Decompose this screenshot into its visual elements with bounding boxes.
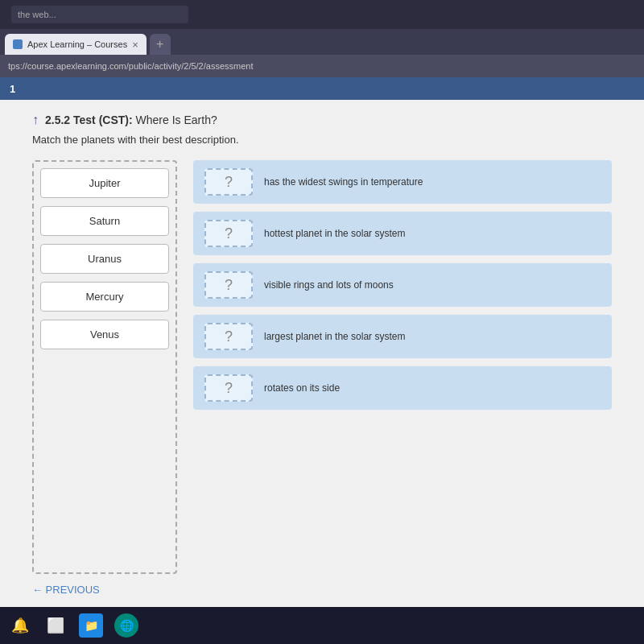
planet-item-mercury[interactable]: Mercury: [40, 282, 169, 312]
answer-box-4[interactable]: ?: [204, 323, 253, 350]
description-row-4: ? largest planet in the solar system: [193, 315, 612, 358]
answer-box-5[interactable]: ?: [204, 374, 253, 402]
description-text-1: has the widest swings in temperature: [264, 175, 601, 189]
description-row-1: ? has the widest swings in temperature: [193, 160, 612, 204]
descriptions-column: ? has the widest swings in temperature ?…: [177, 160, 612, 574]
tab-close-button[interactable]: ×: [132, 39, 138, 51]
search-hint: the web...: [18, 10, 56, 19]
previous-button[interactable]: ← PREVIOUS: [32, 584, 100, 596]
planets-column: Jupiter Saturn Uranus Mercury Venus: [32, 160, 177, 574]
description-text-5: rotates on its side: [264, 382, 601, 395]
description-text-4: largest planet in the solar system: [264, 330, 601, 344]
matching-container: Jupiter Saturn Uranus Mercury Venus: [32, 160, 612, 574]
bottom-nav: ← PREVIOUS: [32, 574, 612, 599]
description-row-5: ? rotates on its side: [193, 366, 612, 410]
taskbar-icon-speaker[interactable]: 🔔: [8, 613, 32, 638]
test-header: ↑ 2.5.2 Test (CST): Where Is Earth?: [32, 100, 612, 134]
planet-item-venus[interactable]: Venus: [40, 320, 169, 349]
planet-item-uranus[interactable]: Uranus: [40, 244, 169, 274]
taskbar-icon-files[interactable]: 📁: [79, 613, 103, 638]
tab-favicon: [13, 39, 23, 49]
taskbar: 🔔 ⬜ 📁 🌐: [0, 607, 644, 644]
search-bar[interactable]: the web...: [11, 6, 188, 23]
page-nav-bar: 1: [0, 77, 644, 100]
tab-bar: Apex Learning – Courses × +: [0, 29, 644, 55]
tab-label: Apex Learning – Courses: [27, 39, 127, 49]
upload-icon: ↑: [32, 113, 39, 127]
planet-item-jupiter[interactable]: Jupiter: [40, 168, 169, 198]
active-tab[interactable]: Apex Learning – Courses ×: [5, 34, 147, 55]
taskbar-icon-windows[interactable]: ⬜: [43, 613, 68, 638]
page-number: 1: [10, 83, 15, 95]
url-text: tps://course.apexlearning.com/public/act…: [8, 61, 253, 71]
instructions: Match the planets with their best descri…: [32, 134, 612, 146]
taskbar-icon-app[interactable]: 🌐: [114, 613, 138, 638]
content-area: ↑ 2.5.2 Test (CST): Where Is Earth? Matc…: [0, 100, 644, 607]
description-row-2: ? hottest planet in the solar system: [193, 212, 612, 255]
new-tab-button[interactable]: +: [150, 34, 171, 55]
description-text-2: hottest planet in the solar system: [264, 227, 601, 241]
answer-box-1[interactable]: ?: [204, 168, 253, 196]
test-subtitle: Where Is Earth?: [136, 114, 217, 126]
browser-window: the web... Apex Learning – Courses × + t…: [0, 0, 644, 644]
answer-box-2[interactable]: ?: [204, 220, 253, 247]
planet-item-saturn[interactable]: Saturn: [40, 206, 169, 236]
description-text-3: visible rings and lots of moons: [264, 279, 601, 292]
description-row-3: ? visible rings and lots of moons: [193, 263, 612, 307]
test-title: 2.5.2 Test (CST): Where Is Earth?: [45, 114, 217, 126]
browser-top-bar: the web...: [0, 0, 644, 29]
url-bar: tps://course.apexlearning.com/public/act…: [0, 55, 644, 77]
answer-box-3[interactable]: ?: [204, 271, 253, 299]
